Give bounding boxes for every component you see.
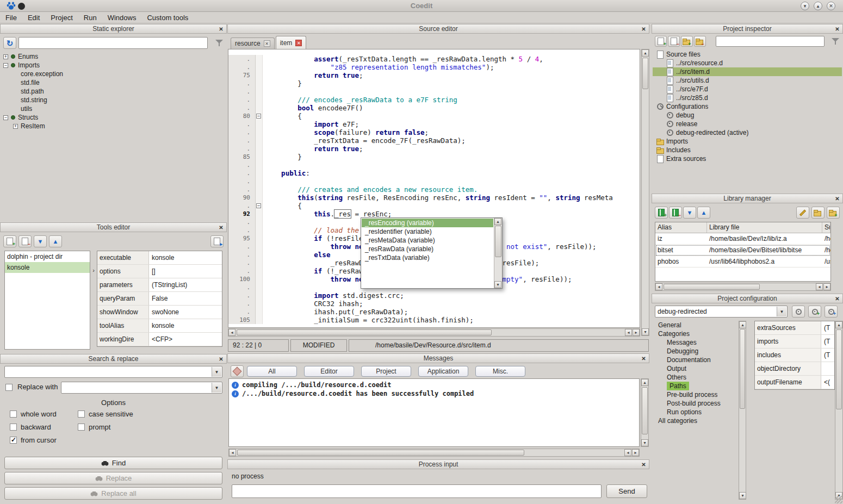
code-line[interactable]: . xyxy=(228,177,640,185)
close-icon[interactable]: ✕ xyxy=(827,2,835,10)
sync-configuration-button[interactable] xyxy=(792,306,805,318)
property-value[interactable]: (T xyxy=(821,321,834,334)
property-row[interactable]: extraSources(T xyxy=(755,321,834,335)
tree-item[interactable]: ../src/z85.d xyxy=(653,94,842,102)
tool-item[interactable]: dolphin - project dir xyxy=(5,251,90,262)
scroll-down-icon[interactable]: ▾ xyxy=(641,439,648,446)
property-row[interactable]: outputFilename<( xyxy=(755,376,834,389)
remove-source-button[interactable]: − xyxy=(668,36,680,47)
scroll-left-icon[interactable]: ◂ xyxy=(624,449,631,456)
replace-all-button[interactable]: Replace all xyxy=(4,487,222,500)
resize-grip[interactable] xyxy=(835,496,842,503)
filter-icon[interactable] xyxy=(215,39,224,47)
tab-item[interactable]: item✕ xyxy=(276,36,307,49)
scroll-up-icon[interactable]: ▴ xyxy=(835,321,842,328)
property-value[interactable]: <( xyxy=(821,376,834,389)
scroll-up-icon[interactable]: ▴ xyxy=(739,321,746,328)
completion-scrollbar[interactable]: ▴▾ xyxy=(494,218,502,288)
scrollbar-thumb[interactable] xyxy=(642,58,648,89)
add-library-button[interactable]: + xyxy=(655,207,668,219)
filter-icon[interactable] xyxy=(831,37,840,46)
expand-icon[interactable]: + xyxy=(13,124,18,129)
code-line[interactable]: . import e7F; xyxy=(228,120,640,128)
property-value[interactable]: swoNone xyxy=(149,306,222,319)
messages-filter-project[interactable]: Project xyxy=(361,366,411,377)
scrollbar-thumb[interactable] xyxy=(836,329,842,409)
tree-item[interactable]: Imports xyxy=(653,137,842,146)
property-row[interactable]: workingDire<CFP> xyxy=(97,333,222,346)
configuration-select[interactable]: debug-redirected ▼ xyxy=(655,306,788,318)
find-button[interactable]: Find xyxy=(4,457,222,469)
add-folder-button[interactable]: + xyxy=(681,36,693,47)
tree-item[interactable]: release xyxy=(653,120,842,128)
scroll-left-icon[interactable]: ◂ xyxy=(625,329,632,336)
completion-item[interactable]: _resMetaData (variable) xyxy=(362,236,493,245)
option-backward[interactable]: backward xyxy=(10,423,78,431)
close-panel-icon[interactable]: ✕ xyxy=(834,295,841,302)
messages-filter-application[interactable]: Application xyxy=(418,366,468,377)
property-value[interactable]: konsole xyxy=(149,319,222,332)
scroll-down-icon[interactable]: ▾ xyxy=(642,328,649,335)
code-line[interactable]: . return true; xyxy=(228,145,640,153)
clear-messages-button[interactable] xyxy=(231,365,244,377)
tree-item[interactable]: Configurations xyxy=(653,102,842,111)
scrollbar-thumb[interactable] xyxy=(642,387,648,434)
code-line[interactable]: . scope(failure) return false; xyxy=(228,128,640,136)
menu-windows[interactable]: Windows xyxy=(102,12,142,23)
property-row[interactable]: objectDirectory xyxy=(755,362,834,376)
chevron-down-icon[interactable]: ▼ xyxy=(212,367,221,377)
scroll-up-icon[interactable]: ▴ xyxy=(494,218,501,225)
messages-vertical-scrollbar[interactable]: ▴▾ xyxy=(641,378,649,447)
tree-item[interactable]: Includes xyxy=(653,146,842,154)
tree-item[interactable]: Extra sources xyxy=(653,154,842,163)
open-library-file-button[interactable] xyxy=(811,207,825,219)
scrollbar-thumb[interactable] xyxy=(495,226,501,257)
move-tool-down-button[interactable]: ▼ xyxy=(34,235,47,247)
add-tool-button[interactable]: + xyxy=(3,235,16,247)
move-library-up-button[interactable]: ▲ xyxy=(697,207,710,219)
tree-item[interactable]: ../src/resource.d xyxy=(653,59,842,67)
messages-horizontal-scrollbar[interactable]: ◂◂▸ xyxy=(228,449,640,457)
chevron-down-icon[interactable]: ▼ xyxy=(212,383,221,393)
property-row[interactable]: toolAliaskonsole xyxy=(97,319,222,333)
category-item[interactable]: Messages xyxy=(655,338,737,347)
checkbox[interactable] xyxy=(78,410,85,418)
option-case-sensitive[interactable]: case sensitive xyxy=(78,410,222,418)
tab-close-icon[interactable]: ✕ xyxy=(264,40,270,47)
scroll-down-icon[interactable]: ▾ xyxy=(494,281,501,288)
remove-library-button[interactable]: − xyxy=(669,207,682,219)
editor-vertical-scrollbar[interactable]: ▴▾ xyxy=(641,49,649,336)
add-library-folder-button[interactable]: + xyxy=(827,207,840,219)
property-value[interactable]: (T xyxy=(821,335,834,348)
scroll-left-icon[interactable]: ◂ xyxy=(229,449,236,456)
send-button[interactable]: Send xyxy=(606,484,647,498)
add-configuration-button[interactable]: + xyxy=(808,306,821,318)
splitter-handle[interactable]: › xyxy=(91,265,96,276)
property-row[interactable]: parameters(TStringList) xyxy=(97,278,222,292)
editor-horizontal-scrollbar[interactable]: ◂◂▸ xyxy=(228,328,640,337)
tool-item[interactable]: konsole xyxy=(5,262,90,273)
tree-item[interactable]: ../src/e7F.d xyxy=(653,85,842,94)
category-item[interactable]: Debugging xyxy=(655,347,737,356)
completion-item[interactable]: _resIdentifier (variable) xyxy=(362,227,493,236)
code-line[interactable]: . bool encodee7F() xyxy=(228,104,640,112)
scroll-up-icon[interactable]: ▴ xyxy=(641,379,648,386)
scrollbar-thumb[interactable] xyxy=(237,329,492,335)
message-item[interactable]: /.../build/resource.d.coedit has been su… xyxy=(229,389,639,398)
property-row[interactable]: executablekonsole xyxy=(97,251,222,265)
tab-resource[interactable]: resource✕ xyxy=(231,38,275,49)
clone-configuration-button[interactable]: + xyxy=(825,306,838,318)
menu-file[interactable]: File xyxy=(0,12,22,23)
property-value[interactable]: False xyxy=(149,292,222,305)
chevron-down-icon[interactable]: ▼ xyxy=(777,307,786,316)
close-panel-icon[interactable]: ✕ xyxy=(834,195,841,202)
tree-item[interactable]: +ResItem xyxy=(1,122,226,130)
messages-filter-misc[interactable]: Misc. xyxy=(475,366,525,377)
property-value[interactable] xyxy=(821,362,834,375)
tree-item[interactable]: −Structs xyxy=(1,113,226,122)
code-line[interactable]: 90 this(string resFile, ResEncoding resE… xyxy=(228,194,640,202)
messages-filter-all[interactable]: All xyxy=(247,366,297,377)
replace-button[interactable]: Replace xyxy=(4,472,222,484)
tree-item[interactable]: std.string xyxy=(1,96,226,104)
collapse-icon[interactable]: − xyxy=(3,63,8,68)
